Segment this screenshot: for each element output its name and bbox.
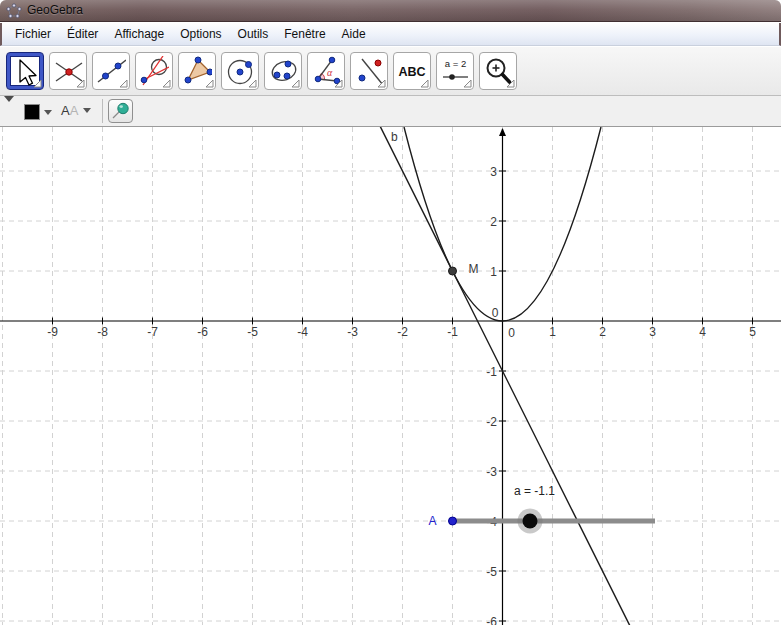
tool-point-button[interactable] bbox=[49, 52, 87, 90]
tool-dropdown-icon[interactable] bbox=[506, 79, 515, 88]
svg-text:2: 2 bbox=[490, 215, 497, 229]
chevron-down-icon bbox=[44, 110, 52, 115]
tool-text-button[interactable]: ABC bbox=[393, 52, 431, 90]
svg-text:b: b bbox=[391, 130, 398, 144]
svg-text:-5: -5 bbox=[247, 325, 258, 339]
svg-text:5: 5 bbox=[749, 325, 756, 339]
svg-text:A: A bbox=[428, 514, 436, 528]
title-bar[interactable]: GeoGebra bbox=[0, 0, 781, 22]
svg-text:3: 3 bbox=[490, 165, 497, 179]
stylebar-divider bbox=[102, 99, 103, 123]
tool-dropdown-icon[interactable] bbox=[248, 79, 257, 88]
tool-dropdown-icon[interactable] bbox=[205, 79, 214, 88]
tool-angle-button[interactable]: α bbox=[307, 52, 345, 90]
tool-special-line-button[interactable] bbox=[135, 52, 173, 90]
menu-aide[interactable]: Aide bbox=[334, 23, 374, 45]
tool-dropdown-icon[interactable] bbox=[377, 79, 386, 88]
point-A[interactable] bbox=[449, 517, 457, 525]
menu-fenetre[interactable]: Fenêtre bbox=[276, 23, 333, 45]
menu-outils[interactable]: Outils bbox=[230, 23, 277, 45]
tool-dropdown-icon[interactable] bbox=[119, 79, 128, 88]
svg-text:-1: -1 bbox=[486, 365, 497, 379]
tool-zoom-button[interactable] bbox=[479, 52, 517, 90]
pushpin-icon bbox=[109, 100, 132, 122]
slider-a-knob[interactable] bbox=[523, 514, 538, 529]
menu-options[interactable]: Options bbox=[172, 23, 229, 45]
svg-text:a = 2: a = 2 bbox=[445, 58, 466, 69]
geogebra-logo-icon bbox=[6, 3, 22, 19]
stylebar-toggle-icon[interactable] bbox=[4, 96, 14, 102]
menu-fichier[interactable]: Fichier bbox=[7, 23, 59, 45]
tool-line-button[interactable] bbox=[92, 52, 130, 90]
menu-bar: Fichier Éditer Affichage Options Outils … bbox=[0, 23, 781, 46]
svg-text:2: 2 bbox=[599, 325, 606, 339]
svg-text:α: α bbox=[327, 67, 333, 78]
svg-text:-5: -5 bbox=[486, 565, 497, 579]
text-style-button[interactable]: AA bbox=[61, 103, 91, 118]
tool-circle-button[interactable] bbox=[221, 52, 259, 90]
toolbar: α ABC a = 2 bbox=[0, 47, 781, 96]
svg-text:4: 4 bbox=[699, 325, 706, 339]
color-swatch bbox=[24, 104, 40, 120]
svg-text:-1: -1 bbox=[447, 325, 458, 339]
tool-dropdown-icon[interactable] bbox=[420, 79, 429, 88]
graphics-view[interactable]: -9-8-7-6-5-4-3-2-112345321-1-2-3-4-5-600… bbox=[0, 127, 781, 625]
svg-text:1: 1 bbox=[490, 265, 497, 279]
tool-dropdown-icon[interactable] bbox=[76, 79, 85, 88]
svg-text:-3: -3 bbox=[347, 325, 358, 339]
svg-text:ABC: ABC bbox=[398, 65, 425, 79]
svg-text:-4: -4 bbox=[297, 325, 308, 339]
tool-dropdown-icon[interactable] bbox=[463, 79, 472, 88]
svg-text:-2: -2 bbox=[486, 415, 497, 429]
tool-transform-button[interactable] bbox=[350, 52, 388, 90]
tool-dropdown-icon[interactable] bbox=[334, 79, 343, 88]
slider-a-track[interactable] bbox=[453, 519, 656, 524]
window-title: GeoGebra bbox=[27, 0, 83, 21]
svg-text:0: 0 bbox=[492, 306, 499, 320]
svg-text:1: 1 bbox=[549, 325, 556, 339]
tool-slider-button[interactable]: a = 2 bbox=[436, 52, 474, 90]
tool-move-button[interactable] bbox=[6, 52, 44, 90]
svg-text:-3: -3 bbox=[486, 465, 497, 479]
tool-dropdown-icon[interactable] bbox=[291, 79, 300, 88]
svg-text:-2: -2 bbox=[397, 325, 408, 339]
svg-text:M: M bbox=[469, 262, 479, 276]
tool-dropdown-icon[interactable] bbox=[33, 79, 42, 88]
svg-text:-7: -7 bbox=[147, 325, 158, 339]
tool-dropdown-icon[interactable] bbox=[162, 79, 171, 88]
svg-text:3: 3 bbox=[649, 325, 656, 339]
svg-text:-8: -8 bbox=[97, 325, 108, 339]
menu-editer[interactable]: Éditer bbox=[59, 23, 106, 45]
svg-text:-6: -6 bbox=[486, 615, 497, 625]
menu-affichage[interactable]: Affichage bbox=[106, 23, 172, 45]
pin-to-screen-button[interactable] bbox=[108, 99, 133, 123]
point-M[interactable] bbox=[449, 267, 457, 275]
svg-text:a = -1.1: a = -1.1 bbox=[514, 484, 555, 498]
tool-conic-button[interactable] bbox=[264, 52, 302, 90]
color-picker-button[interactable] bbox=[24, 103, 58, 121]
svg-text:0: 0 bbox=[508, 326, 515, 340]
font-style-label: A bbox=[61, 103, 70, 118]
tool-polygon-button[interactable] bbox=[178, 52, 216, 90]
svg-text:-9: -9 bbox=[47, 325, 58, 339]
chevron-down-icon bbox=[83, 108, 91, 113]
style-bar: AA bbox=[0, 96, 781, 127]
svg-text:-6: -6 bbox=[197, 325, 208, 339]
